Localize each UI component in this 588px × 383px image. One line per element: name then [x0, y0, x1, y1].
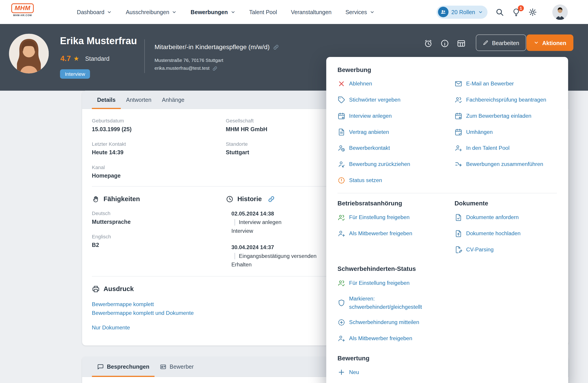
- action-bewerbung-zurueckziehen[interactable]: Bewerbung zurückziehen: [337, 160, 410, 168]
- action-bewerberkontakt[interactable]: Bewerberkontakt: [337, 144, 390, 152]
- tab-label: Besprechungen: [107, 364, 149, 370]
- search-icon: [495, 8, 504, 16]
- header-tools: [424, 39, 466, 48]
- actions-button-label: Aktionen: [542, 39, 566, 46]
- action-umhaengen[interactable]: Umhängen: [455, 128, 493, 136]
- divider: [337, 193, 557, 193]
- history-status: Erhalten: [231, 262, 317, 268]
- nav-ausschreibungen[interactable]: Ausschreibungen: [126, 9, 177, 15]
- rating-value: 4.7: [60, 54, 71, 63]
- close-icon: [337, 80, 345, 87]
- app-logo[interactable]: MHM MHM-HR.COM: [11, 3, 34, 16]
- printer-icon: [92, 285, 100, 293]
- action-schwerbehinderte-mitbewerber-freigeben[interactable]: Als Mitbewerber freigeben: [337, 334, 412, 343]
- skill-label: Deutsch: [92, 211, 110, 217]
- nav-services[interactable]: Services: [345, 9, 375, 15]
- action-in-den-talent-pool[interactable]: In den Talent Pool: [455, 144, 509, 152]
- action-email-an-bewerber[interactable]: E-Mail an Bewerber: [455, 79, 514, 88]
- action-schwerbehinderte-einstellung-freigeben[interactable]: Für Einstellung freigeben: [337, 279, 410, 287]
- candidate-name: Erika Musterfrau: [60, 35, 137, 47]
- tab-label: Bewerber: [170, 364, 194, 370]
- skill-value: B2: [92, 242, 99, 249]
- field-value: Heute 14:39: [92, 149, 124, 156]
- action-dokumente-hochladen[interactable]: Dokumente hochladen: [455, 230, 521, 238]
- skills-section-header: Fähigkeiten: [92, 195, 140, 203]
- calendar-plus-icon: [455, 112, 462, 120]
- nav-label: Veranstaltungen: [291, 9, 332, 15]
- tab-bewerber[interactable]: Bewerber: [155, 357, 199, 377]
- candidate-email-row: erika.musterfrau@test.test: [154, 65, 279, 71]
- print-section-header: Ausdruck: [92, 285, 134, 293]
- person-plus-icon: [337, 334, 345, 342]
- history-action: Interview anlegen: [234, 219, 281, 225]
- print-title: Ausdruck: [104, 285, 134, 293]
- action-cv-parsing[interactable]: CV-Parsing: [455, 245, 494, 254]
- plus-circle-icon: [337, 318, 345, 326]
- history-status: Interview: [231, 228, 281, 234]
- action-interview-anlegen[interactable]: Interview anlegen: [337, 112, 392, 120]
- action-betriebsrat-mitbewerber-freigeben[interactable]: Als Mitbewerber freigeben: [337, 230, 412, 238]
- nav-talent-pool[interactable]: Talent Pool: [249, 9, 277, 15]
- person-return-icon: [337, 160, 345, 168]
- print-link-bewerbermappe[interactable]: Bewerbermappe komplett: [92, 301, 154, 307]
- tab-antworten[interactable]: Antworten: [121, 91, 157, 109]
- nav-bewerbungen[interactable]: Bewerbungen: [190, 9, 235, 15]
- link-icon[interactable]: [268, 195, 275, 203]
- action-fachbereichspruefung[interactable]: Fachbereichsprüfung beantragen: [455, 96, 546, 104]
- skill-value: Muttersprache: [92, 218, 131, 225]
- action-bewerbungen-zusammenfuehren[interactable]: Bewerbungen zusammenführen: [455, 160, 543, 168]
- actions-dropdown-panel: Bewerbung Ablehnen Stichwörter vergeben …: [326, 57, 568, 383]
- mail-icon: [455, 80, 462, 87]
- status-alert-icon: [337, 176, 345, 184]
- table-icon[interactable]: [457, 39, 466, 48]
- notifications-button[interactable]: 1: [512, 8, 521, 16]
- action-zum-bewerbertag-einladen[interactable]: Zum Bewerbertag einladen: [455, 112, 531, 120]
- action-stichwoerter-vergeben[interactable]: Stichwörter vergeben: [337, 96, 400, 104]
- settings-button[interactable]: [528, 8, 537, 16]
- nav-veranstaltungen[interactable]: Veranstaltungen: [291, 9, 332, 15]
- action-markieren-schwerbehindert[interactable]: Markieren: schwerbehindert/gleichgestell…: [337, 294, 422, 311]
- tab-details[interactable]: Details: [92, 91, 121, 109]
- chat-icon: [97, 363, 104, 370]
- action-vertrag-anbieten[interactable]: Vertrag anbieten: [337, 128, 389, 136]
- group-check-icon: [337, 279, 345, 287]
- tab-label: Anhänge: [162, 96, 184, 103]
- tab-anhaenge[interactable]: Anhänge: [157, 91, 190, 109]
- action-schwerbehinderung-mitteilen[interactable]: Schwerbehinderung mitteilen: [337, 318, 419, 326]
- user-avatar[interactable]: [552, 4, 568, 20]
- tab-besprechungen[interactable]: Besprechungen: [92, 357, 155, 377]
- history-timestamp: 02.05.2024 14:38: [231, 211, 281, 217]
- field-label: Kanal: [92, 165, 105, 171]
- link-icon[interactable]: [212, 66, 217, 71]
- roles-dropdown[interactable]: 20 Rollen: [436, 5, 487, 19]
- search-button[interactable]: [495, 8, 504, 16]
- info-icon[interactable]: [440, 39, 449, 48]
- chevron-down-icon: [370, 10, 375, 15]
- field-value: Homepage: [92, 172, 121, 179]
- link-icon[interactable]: [273, 44, 279, 50]
- print-link-bewerbermappe-dokumente[interactable]: Bewerbermappe komplett und Dokumente: [92, 310, 194, 316]
- job-info: Mitarbeiter/-in Kindertagespflege (m/w/d…: [154, 43, 279, 71]
- candidate-avatar[interactable]: [9, 34, 49, 73]
- reminder-alarm-icon[interactable]: [424, 39, 433, 48]
- action-dokumente-anfordern[interactable]: Dokumente anfordern: [455, 213, 519, 222]
- actions-button[interactable]: Aktionen: [526, 35, 573, 51]
- group-check-icon: [337, 213, 345, 221]
- tab-label: Antworten: [126, 96, 151, 103]
- action-bewertung-neu[interactable]: Neu: [337, 368, 359, 376]
- edit-button[interactable]: Bearbeiten: [476, 35, 526, 51]
- app-window: MHM MHM-HR.COM Dashboard Ausschreibungen…: [0, 0, 588, 383]
- star-icon: ★: [73, 55, 79, 62]
- tab-label: Details: [97, 96, 116, 103]
- document-icon: [337, 128, 345, 136]
- actions-section-title-bewerbung: Bewerbung: [337, 66, 371, 73]
- nav-dashboard[interactable]: Dashboard: [77, 9, 112, 15]
- action-ablehnen[interactable]: Ablehnen: [337, 79, 372, 88]
- gear-icon: [528, 8, 537, 16]
- status-badge[interactable]: Interview: [60, 69, 90, 79]
- action-status-setzen[interactable]: Status setzen: [337, 176, 382, 184]
- action-betriebsrat-einstellung-freigeben[interactable]: Für Einstellung freigeben: [337, 213, 410, 222]
- top-nav-right: 20 Rollen 1: [436, 0, 567, 24]
- tag-icon: [337, 96, 345, 104]
- print-link-nur-dokumente[interactable]: Nur Dokumente: [92, 325, 130, 331]
